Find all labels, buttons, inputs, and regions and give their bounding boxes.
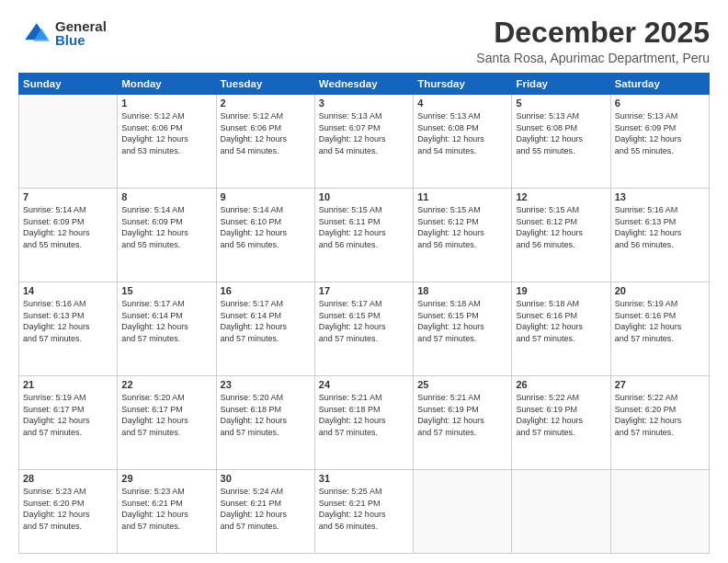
- calendar-week-row: 1Sunrise: 5:12 AM Sunset: 6:06 PM Daylig…: [19, 95, 710, 189]
- calendar-cell: 21Sunrise: 5:19 AM Sunset: 6:17 PM Dayli…: [19, 376, 118, 470]
- day-number: 29: [121, 473, 211, 484]
- calendar-cell: [414, 470, 512, 554]
- day-info: Sunrise: 5:16 AM Sunset: 6:13 PM Dayligh…: [615, 204, 705, 250]
- day-number: 22: [121, 379, 211, 390]
- day-number: 30: [221, 473, 311, 484]
- day-info: Sunrise: 5:13 AM Sunset: 6:09 PM Dayligh…: [615, 110, 705, 156]
- day-info: Sunrise: 5:13 AM Sunset: 6:07 PM Dayligh…: [319, 110, 409, 156]
- weekday-header: Sunday: [19, 74, 118, 95]
- day-number: 10: [319, 191, 409, 202]
- calendar-cell: 4Sunrise: 5:13 AM Sunset: 6:08 PM Daylig…: [414, 95, 512, 189]
- day-number: 27: [615, 379, 705, 390]
- day-info: Sunrise: 5:17 AM Sunset: 6:14 PM Dayligh…: [221, 298, 311, 344]
- calendar-cell: 22Sunrise: 5:20 AM Sunset: 6:17 PM Dayli…: [118, 376, 216, 470]
- calendar-cell: 10Sunrise: 5:15 AM Sunset: 6:11 PM Dayli…: [314, 189, 413, 282]
- calendar-cell: 15Sunrise: 5:17 AM Sunset: 6:14 PM Dayli…: [118, 282, 216, 376]
- day-info: Sunrise: 5:22 AM Sunset: 6:19 PM Dayligh…: [516, 392, 606, 438]
- calendar-cell: 1Sunrise: 5:12 AM Sunset: 6:06 PM Daylig…: [118, 95, 216, 189]
- logo-blue: Blue: [55, 33, 107, 47]
- day-info: Sunrise: 5:20 AM Sunset: 6:18 PM Dayligh…: [221, 392, 311, 438]
- calendar-week-row: 7Sunrise: 5:14 AM Sunset: 6:09 PM Daylig…: [19, 189, 710, 282]
- subtitle: Santa Rosa, Apurimac Department, Peru: [476, 51, 710, 65]
- calendar-cell: 8Sunrise: 5:14 AM Sunset: 6:09 PM Daylig…: [118, 189, 216, 282]
- calendar-cell: 6Sunrise: 5:13 AM Sunset: 6:09 PM Daylig…: [610, 95, 709, 189]
- weekday-header: Wednesday: [314, 74, 413, 95]
- day-number: 17: [319, 285, 409, 296]
- calendar-cell: 3Sunrise: 5:13 AM Sunset: 6:07 PM Daylig…: [314, 95, 413, 189]
- day-info: Sunrise: 5:12 AM Sunset: 6:06 PM Dayligh…: [221, 110, 311, 156]
- day-info: Sunrise: 5:21 AM Sunset: 6:19 PM Dayligh…: [417, 392, 507, 438]
- day-number: 13: [615, 191, 705, 202]
- calendar-cell: 30Sunrise: 5:24 AM Sunset: 6:21 PM Dayli…: [216, 470, 314, 554]
- page: General Blue December 2025 Santa Rosa, A…: [0, 0, 728, 563]
- day-info: Sunrise: 5:18 AM Sunset: 6:16 PM Dayligh…: [516, 298, 606, 344]
- day-number: 31: [319, 473, 409, 484]
- calendar-cell: [512, 470, 610, 554]
- day-info: Sunrise: 5:13 AM Sunset: 6:08 PM Dayligh…: [417, 110, 507, 156]
- day-number: 8: [121, 191, 211, 202]
- calendar-cell: 24Sunrise: 5:21 AM Sunset: 6:18 PM Dayli…: [314, 376, 413, 470]
- calendar-cell: 25Sunrise: 5:21 AM Sunset: 6:19 PM Dayli…: [414, 376, 512, 470]
- day-number: 6: [615, 98, 705, 109]
- day-info: Sunrise: 5:17 AM Sunset: 6:14 PM Dayligh…: [121, 298, 211, 344]
- calendar-cell: 18Sunrise: 5:18 AM Sunset: 6:15 PM Dayli…: [414, 282, 512, 376]
- day-number: 23: [221, 379, 311, 390]
- day-info: Sunrise: 5:24 AM Sunset: 6:21 PM Dayligh…: [221, 486, 311, 532]
- month-title: December 2025: [476, 17, 710, 49]
- day-info: Sunrise: 5:15 AM Sunset: 6:11 PM Dayligh…: [319, 204, 409, 250]
- day-info: Sunrise: 5:19 AM Sunset: 6:17 PM Dayligh…: [23, 392, 113, 438]
- calendar-cell: 9Sunrise: 5:14 AM Sunset: 6:10 PM Daylig…: [216, 189, 314, 282]
- day-number: 19: [516, 285, 606, 296]
- day-info: Sunrise: 5:13 AM Sunset: 6:08 PM Dayligh…: [516, 110, 606, 156]
- day-number: 25: [417, 379, 507, 390]
- calendar-cell: 23Sunrise: 5:20 AM Sunset: 6:18 PM Dayli…: [216, 376, 314, 470]
- calendar-week-row: 28Sunrise: 5:23 AM Sunset: 6:20 PM Dayli…: [19, 470, 710, 554]
- day-number: 3: [319, 98, 409, 109]
- day-info: Sunrise: 5:25 AM Sunset: 6:21 PM Dayligh…: [319, 486, 409, 532]
- calendar-cell: [19, 95, 118, 189]
- calendar-week-row: 14Sunrise: 5:16 AM Sunset: 6:13 PM Dayli…: [19, 282, 710, 376]
- weekday-header-row: SundayMondayTuesdayWednesdayThursdayFrid…: [19, 74, 710, 95]
- day-info: Sunrise: 5:23 AM Sunset: 6:20 PM Dayligh…: [23, 486, 113, 532]
- calendar-cell: 2Sunrise: 5:12 AM Sunset: 6:06 PM Daylig…: [216, 95, 314, 189]
- weekday-header: Saturday: [610, 74, 709, 95]
- weekday-header: Friday: [512, 74, 610, 95]
- calendar-cell: 11Sunrise: 5:15 AM Sunset: 6:12 PM Dayli…: [414, 189, 512, 282]
- calendar-cell: 7Sunrise: 5:14 AM Sunset: 6:09 PM Daylig…: [19, 189, 118, 282]
- logo-icon: [18, 17, 51, 50]
- calendar-cell: 29Sunrise: 5:23 AM Sunset: 6:21 PM Dayli…: [118, 470, 216, 554]
- calendar-cell: 19Sunrise: 5:18 AM Sunset: 6:16 PM Dayli…: [512, 282, 610, 376]
- logo-text: General Blue: [55, 19, 107, 47]
- day-info: Sunrise: 5:22 AM Sunset: 6:20 PM Dayligh…: [615, 392, 705, 438]
- calendar-cell: 28Sunrise: 5:23 AM Sunset: 6:20 PM Dayli…: [19, 470, 118, 554]
- day-info: Sunrise: 5:17 AM Sunset: 6:15 PM Dayligh…: [319, 298, 409, 344]
- weekday-header: Thursday: [414, 74, 512, 95]
- day-number: 12: [516, 191, 606, 202]
- day-number: 1: [121, 98, 211, 109]
- day-number: 4: [417, 98, 507, 109]
- day-number: 24: [319, 379, 409, 390]
- day-info: Sunrise: 5:19 AM Sunset: 6:16 PM Dayligh…: [615, 298, 705, 344]
- day-number: 21: [23, 379, 113, 390]
- weekday-header: Monday: [118, 74, 216, 95]
- day-number: 11: [417, 191, 507, 202]
- day-info: Sunrise: 5:21 AM Sunset: 6:18 PM Dayligh…: [319, 392, 409, 438]
- day-info: Sunrise: 5:14 AM Sunset: 6:10 PM Dayligh…: [221, 204, 311, 250]
- day-info: Sunrise: 5:20 AM Sunset: 6:17 PM Dayligh…: [121, 392, 211, 438]
- day-number: 5: [516, 98, 606, 109]
- calendar-cell: 20Sunrise: 5:19 AM Sunset: 6:16 PM Dayli…: [610, 282, 709, 376]
- day-info: Sunrise: 5:14 AM Sunset: 6:09 PM Dayligh…: [23, 204, 113, 250]
- day-info: Sunrise: 5:23 AM Sunset: 6:21 PM Dayligh…: [121, 486, 211, 532]
- calendar-cell: 13Sunrise: 5:16 AM Sunset: 6:13 PM Dayli…: [610, 189, 709, 282]
- calendar-week-row: 21Sunrise: 5:19 AM Sunset: 6:17 PM Dayli…: [19, 376, 710, 470]
- day-number: 2: [221, 98, 311, 109]
- day-info: Sunrise: 5:18 AM Sunset: 6:15 PM Dayligh…: [417, 298, 507, 344]
- title-block: December 2025 Santa Rosa, Apurimac Depar…: [476, 17, 710, 65]
- day-number: 20: [615, 285, 705, 296]
- calendar-cell: 12Sunrise: 5:15 AM Sunset: 6:12 PM Dayli…: [512, 189, 610, 282]
- header: General Blue December 2025 Santa Rosa, A…: [18, 17, 710, 65]
- day-info: Sunrise: 5:15 AM Sunset: 6:12 PM Dayligh…: [417, 204, 507, 250]
- calendar: SundayMondayTuesdayWednesdayThursdayFrid…: [18, 73, 710, 554]
- day-info: Sunrise: 5:12 AM Sunset: 6:06 PM Dayligh…: [121, 110, 211, 156]
- day-number: 16: [221, 285, 311, 296]
